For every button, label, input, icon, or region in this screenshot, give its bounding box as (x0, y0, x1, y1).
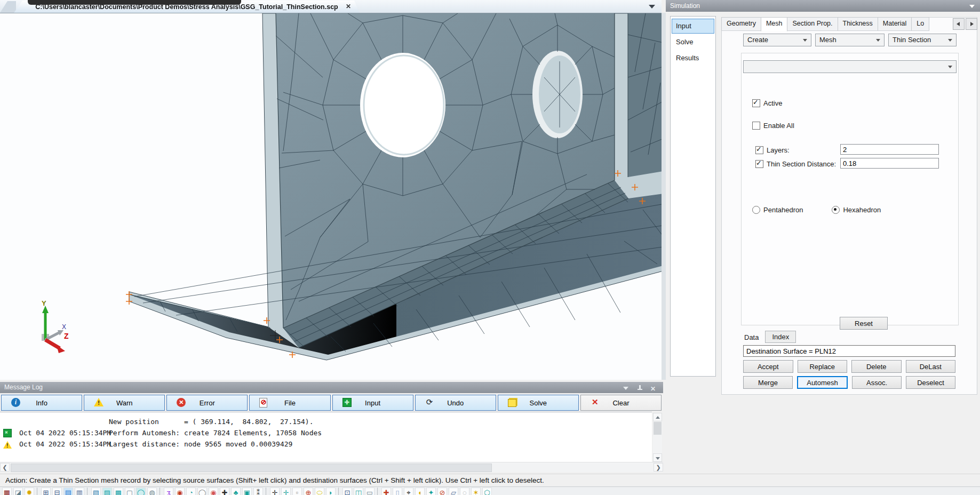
tab-scroll-right-icon[interactable] (966, 18, 977, 30)
scroll-thumb-horizontal[interactable] (11, 464, 492, 472)
toolbar-icon[interactable]: ✛ (281, 488, 291, 495)
log-filter-button[interactable]: Input (332, 395, 413, 411)
data-tab[interactable]: Index (765, 331, 796, 343)
toolbar-icon[interactable]: ◪ (13, 488, 23, 495)
tab[interactable]: Thickness (838, 17, 878, 31)
toolbar-icon[interactable]: ⁑ (253, 488, 263, 495)
collapse-icon[interactable] (623, 385, 629, 391)
log-filter-button[interactable]: File (249, 395, 330, 411)
toolbar-icon[interactable] (160, 488, 161, 495)
action-button[interactable]: Accept (743, 360, 793, 373)
tab-list-arrow-icon[interactable] (649, 5, 655, 9)
scroll-up-icon[interactable] (653, 413, 662, 421)
tab[interactable]: Mesh (761, 17, 788, 31)
log-filter-button[interactable]: Solve (498, 395, 579, 411)
action-button[interactable]: Deselect (906, 376, 955, 389)
action-button[interactable]: Assoc. (852, 376, 902, 389)
selection-field[interactable] (743, 345, 955, 357)
thin-section-distance-input[interactable] (840, 158, 939, 169)
toolbar-icon[interactable] (37, 488, 38, 495)
log-filter-button[interactable]: Clear (580, 395, 662, 411)
toolbar-icon[interactable]: ⊘ (437, 488, 447, 495)
toolbar-icon[interactable]: ◫ (354, 488, 363, 495)
toolbar-icon[interactable]: ▢ (125, 488, 134, 495)
toolbar-icon[interactable]: ▥ (75, 488, 84, 495)
toolbar-icon[interactable]: ▩ (114, 488, 123, 495)
nav-item[interactable]: Solve (672, 35, 714, 50)
toolbar-icon[interactable]: ✚ (381, 488, 391, 495)
toolbar-icon[interactable]: ⊟ (52, 488, 62, 495)
panel-splitter[interactable] (662, 13, 666, 380)
log-vertical-scrollbar[interactable] (653, 413, 662, 462)
action-dropdown[interactable]: Create (743, 34, 811, 46)
radio-option[interactable]: Hexahedron (832, 205, 881, 214)
layers-checkbox-row[interactable]: Layers: (755, 146, 790, 154)
tab-scroll-left-icon[interactable] (953, 18, 965, 30)
log-filter-button[interactable]: Error (166, 395, 248, 411)
toolbar-icon[interactable]: ◉ (209, 488, 218, 495)
toolbar-icon[interactable] (377, 488, 379, 495)
viewport-3d[interactable]: Y X Z (0, 13, 662, 380)
log-filter-button[interactable]: Info (1, 395, 82, 411)
toolbar-icon[interactable]: ✚ (220, 488, 229, 495)
toolbar-icon[interactable]: ⌖ (404, 488, 413, 495)
toolbar-icon[interactable]: ◉ (175, 488, 185, 495)
toolbar-icon[interactable]: ◔ (186, 488, 196, 495)
toolbar-icon[interactable]: ▦ (2, 488, 12, 495)
action-button[interactable]: Automesh (797, 376, 848, 389)
toolbar-icon[interactable]: ⊞ (41, 488, 51, 495)
scroll-thumb[interactable] (654, 422, 662, 435)
scroll-left-icon[interactable]: ❮ (0, 463, 10, 472)
toolbar-icon[interactable]: ⬭ (315, 488, 324, 495)
reset-button[interactable]: Reset (840, 317, 888, 330)
toolbar-icon[interactable]: ▣ (242, 488, 252, 495)
panel-menu-arrow-icon[interactable] (969, 5, 975, 8)
close-panel-icon[interactable] (650, 385, 657, 391)
toolbar-icon[interactable] (266, 488, 267, 495)
log-horizontal-scrollbar[interactable]: ❮ ❯ (0, 462, 663, 472)
toolbar-icon[interactable]: ✛ (270, 488, 280, 495)
toolbar-icon[interactable]: ▧ (91, 488, 101, 495)
toolbar-icon[interactable]: ▭ (365, 488, 375, 495)
close-icon[interactable]: ✕ (346, 3, 351, 10)
action-button[interactable]: DeLast (906, 360, 956, 373)
method-dropdown[interactable]: Thin Section (888, 34, 957, 46)
toolbar-icon[interactable]: ◯ (136, 488, 146, 495)
thin-section-distance-checkbox-row[interactable]: Thin Section Distance: (755, 159, 836, 168)
toolbar-icon[interactable]: ▱ (449, 488, 458, 495)
action-button[interactable]: Merge (743, 376, 793, 389)
toolbar-icon[interactable]: ✶ (471, 488, 481, 495)
action-button[interactable]: Replace (798, 360, 848, 373)
toolbar-icon[interactable]: ◯ (197, 488, 207, 495)
log-filter-button[interactable]: Warn (84, 395, 165, 411)
toolbar-icon[interactable]: ✦ (426, 488, 436, 495)
tab[interactable]: Geometry (721, 17, 761, 31)
toolbar-icon[interactable]: ◖ (415, 488, 425, 495)
toolbar-icon[interactable]: ▨ (102, 488, 112, 495)
layers-input[interactable] (840, 144, 939, 155)
toolbar-icon[interactable]: ⊕ (304, 488, 313, 495)
scroll-down-icon[interactable] (653, 453, 662, 462)
radio-option[interactable]: Pentahedron (752, 205, 803, 214)
toolbar-icon[interactable]: ▯ (393, 488, 402, 495)
toolbar-icon[interactable]: ◍ (147, 488, 157, 495)
nav-item[interactable]: Input (672, 19, 714, 34)
toolbar-icon[interactable]: ♣ (231, 488, 241, 495)
toolbar-icon[interactable] (338, 488, 340, 495)
toolbar-icon[interactable]: ⬡ (482, 488, 492, 495)
action-button[interactable]: Delete (851, 360, 902, 373)
tab[interactable]: Lo (911, 17, 929, 31)
toolbar-icon[interactable]: ▫ (292, 488, 302, 495)
toolbar-icon[interactable]: ◌ (460, 488, 469, 495)
entity-dropdown[interactable]: Mesh (815, 34, 885, 46)
scroll-right-icon[interactable]: ❯ (654, 463, 663, 472)
enable-all-checkbox-row[interactable]: Enable All (752, 121, 794, 130)
toolbar-icon[interactable]: ▤ (63, 488, 73, 495)
log-filter-button[interactable]: Undo (415, 395, 496, 411)
toolbar-icon[interactable] (87, 488, 89, 495)
toolbar-icon[interactable]: ✹ (25, 488, 34, 495)
data-tab[interactable]: Data (743, 332, 760, 343)
mesh-model[interactable]: Y X Z (0, 13, 662, 380)
toolbar-icon[interactable]: ʓ (164, 488, 173, 495)
active-checkbox-row[interactable]: Active (752, 99, 782, 107)
